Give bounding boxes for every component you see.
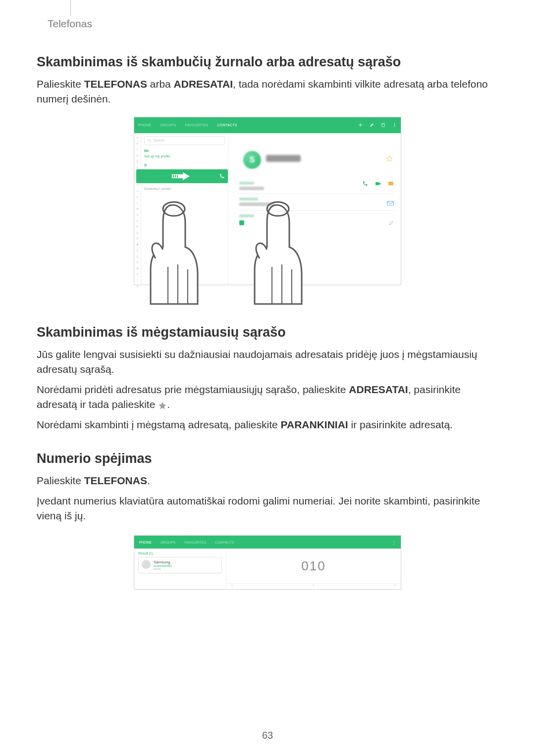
contact-row-swipe[interactable] — [136, 169, 228, 183]
avatar: S — [243, 151, 261, 169]
more-icon[interactable] — [392, 123, 397, 127]
idx[interactable]: D — [137, 154, 139, 157]
hand-gesture-icon — [240, 200, 314, 309]
avatar — [142, 560, 151, 569]
svg-point-1 — [394, 123, 395, 124]
section-header: Telefonas — [37, 18, 498, 30]
message-icon[interactable] — [388, 180, 394, 186]
tab-favourites[interactable]: FAVOURITES — [185, 123, 209, 127]
para-s3-2: Įvedant numerius klaviatūra automatiškai… — [37, 494, 498, 524]
email-icon[interactable] — [387, 199, 394, 203]
tab-contacts[interactable]: CONTACTS — [217, 123, 237, 127]
more-icon[interactable]: ⋮ — [391, 540, 396, 545]
text: Norėdami skambinti į mėgstamą adresatą, … — [37, 419, 281, 430]
para-s2-2: Norėdami pridėti adresatus prie mėgstami… — [37, 382, 498, 412]
text: Palieskite — [37, 78, 84, 90]
para-s3-1: Palieskite TELEFONAS. — [37, 473, 498, 488]
search-icon — [148, 139, 152, 143]
para-s2-1: Jūs galite lengvai susisiekti su dažniau… — [37, 347, 498, 377]
page-number: 63 — [0, 730, 535, 741]
svg-rect-9 — [375, 182, 379, 185]
text: arba — [147, 78, 174, 90]
svg-rect-0 — [382, 124, 384, 127]
suggestion-name: Samsung — [154, 560, 172, 564]
idx[interactable]: J — [137, 190, 138, 193]
add-icon[interactable] — [358, 123, 363, 127]
app-tabbar: PHONE GROUPS FAVOURITES CONTACTS — [134, 117, 401, 133]
displaying-count: Displaying 1 contact — [144, 187, 225, 190]
idx[interactable]: K — [137, 196, 138, 199]
idx[interactable]: E — [137, 160, 138, 163]
idx[interactable]: A — [137, 136, 138, 139]
svg-point-4 — [148, 139, 151, 142]
tab-groups[interactable]: GROUPS — [160, 541, 175, 544]
search-input[interactable]: Search — [144, 136, 225, 145]
text: Palieskite — [37, 475, 84, 486]
pencil-icon[interactable] — [389, 218, 394, 223]
figure-number-prediction: PHONE GROUPS FAVOURITES CONTACTS ⋮ Resul… — [134, 535, 401, 590]
swipe-arrow-icon — [170, 172, 195, 181]
para-s1: Palieskite TELEFONAS arba ADRESATAI, tad… — [37, 77, 498, 107]
contact-name-blur — [266, 155, 301, 162]
tab-phone[interactable]: PHONE — [139, 541, 152, 544]
text: . — [147, 475, 150, 486]
svg-point-2 — [394, 125, 395, 126]
tab-favourites[interactable]: FAVOURITES — [184, 541, 206, 544]
suggestion-type: Mobile — [154, 567, 172, 570]
heading-number-prediction: Numerio spėjimas — [37, 451, 498, 466]
hand-gesture-icon — [136, 200, 210, 309]
label-parankiniai: PARANKINIAI — [281, 419, 348, 430]
phone-icon — [219, 173, 225, 179]
label-telefonas: TELEFONAS — [84, 78, 147, 90]
svg-point-3 — [394, 126, 395, 127]
svg-rect-11 — [387, 201, 394, 205]
keypad-hint-row: 123 — [226, 583, 401, 589]
tab-phone[interactable]: PHONE — [138, 123, 151, 127]
section-letter: S — [144, 163, 225, 167]
call-icon[interactable] — [362, 180, 368, 186]
label-telefonas: TELEFONAS — [84, 475, 147, 486]
label-adresatai: ADRESATAI — [174, 78, 233, 90]
suggestion-card[interactable]: Samsung 01000000000 Mobile — [138, 557, 222, 573]
text: Norėdami pridėti adresatus prie mėgstami… — [37, 384, 349, 395]
label-adresatai: ADRESATAI — [349, 384, 408, 395]
setup-profile-link[interactable]: Set up my profile — [144, 154, 225, 158]
dialed-number: 010 — [226, 549, 401, 583]
idx[interactable]: I — [137, 184, 138, 187]
app-tabbar: PHONE GROUPS FAVOURITES CONTACTS ⋮ — [134, 536, 401, 549]
idx[interactable]: B — [137, 142, 138, 145]
me-label: Me — [144, 149, 225, 152]
svg-rect-6 — [173, 175, 174, 177]
delete-icon[interactable] — [381, 123, 385, 127]
result-count: Result (1) — [138, 552, 222, 555]
svg-rect-7 — [175, 175, 176, 177]
edit-icon[interactable] — [370, 123, 374, 127]
para-s2-3: Norėdami skambinti į mėgstamą adresatą, … — [37, 417, 498, 432]
text: ir pasirinkite adresatą. — [348, 419, 453, 430]
tab-contacts[interactable]: CONTACTS — [215, 541, 234, 544]
heading-favourites: Skambinimas iš mėgstamiausių sąrašo — [37, 325, 498, 340]
search-placeholder: Search — [154, 139, 164, 142]
video-call-icon[interactable] — [375, 180, 381, 186]
tab-groups[interactable]: GROUPS — [160, 123, 176, 127]
idx[interactable]: F — [137, 166, 138, 169]
heading-call-from-log: Skambinimas iš skambučių žurnalo arba ad… — [37, 54, 498, 70]
figure-swipe-to-call: PHONE GROUPS FAVOURITES CONTACTS A B C D — [134, 117, 401, 305]
star-icon — [158, 401, 167, 410]
text: . — [167, 399, 170, 410]
svg-rect-8 — [177, 175, 178, 177]
idx[interactable]: C — [137, 148, 139, 151]
favourite-star-icon[interactable] — [386, 155, 393, 162]
svg-rect-10 — [388, 182, 393, 185]
